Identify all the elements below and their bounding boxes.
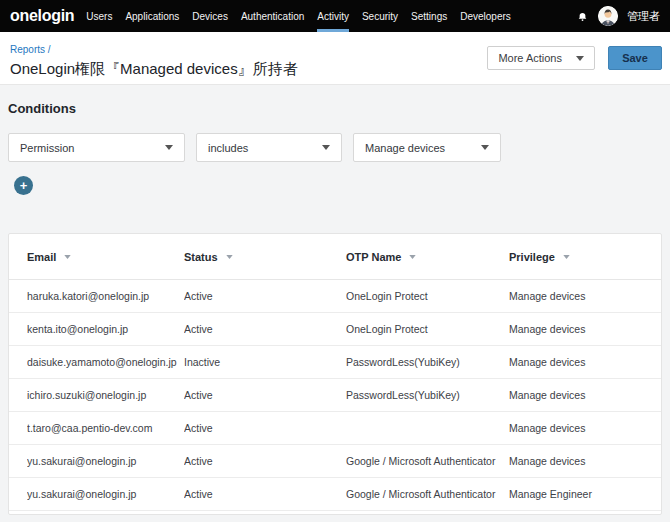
- user-label: 管理者: [627, 9, 660, 24]
- condition-dropdown-0[interactable]: Permission: [8, 133, 185, 162]
- nav-right: 管理者: [576, 0, 660, 32]
- dropdown-value: Manage devices: [365, 142, 445, 154]
- cell-otp: OneLogin Protect: [346, 290, 509, 302]
- condition-filter-row: PermissionincludesManage devices: [8, 133, 662, 162]
- nav-item-activity[interactable]: Activity: [317, 0, 349, 32]
- column-header-otp-name[interactable]: OTP Name: [346, 251, 509, 263]
- cell-email: haruka.katori@onelogin.jp: [27, 290, 184, 302]
- chevron-down-icon: [165, 145, 173, 150]
- cell-privilege: Manage devices: [509, 323, 661, 335]
- header-left: Reports / OneLogin権限『Managed devices』所持者: [10, 32, 298, 84]
- nav-item-users[interactable]: Users: [86, 0, 112, 32]
- save-button[interactable]: Save: [608, 46, 662, 70]
- cell-email: daisuke.yamamoto@onelogin.jp: [27, 356, 184, 368]
- cell-status: Active: [184, 389, 346, 401]
- page-header: Reports / OneLogin権限『Managed devices』所持者…: [0, 32, 670, 85]
- nav-item-authentication[interactable]: Authentication: [241, 0, 304, 32]
- cell-status: Active: [184, 422, 346, 434]
- page-title: OneLogin権限『Managed devices』所持者: [10, 60, 298, 79]
- nav-item-devices[interactable]: Devices: [192, 0, 228, 32]
- table-row[interactable]: daisuke.yamamoto@onelogin.jpInactivePass…: [9, 346, 661, 379]
- cell-email: yu.sakurai@onelogin.jp: [27, 488, 184, 500]
- sort-caret-icon: [64, 255, 71, 259]
- cell-privilege: Manage devices: [509, 455, 661, 467]
- column-label: OTP Name: [346, 251, 401, 263]
- plus-icon: +: [20, 179, 28, 192]
- table-row[interactable]: yu.sakurai@onelogin.jpActiveGoogle / Mic…: [9, 445, 661, 478]
- cell-email: ichiro.suzuki@onelogin.jp: [27, 389, 184, 401]
- cell-privilege: Manage devices: [509, 290, 661, 302]
- column-header-status[interactable]: Status: [184, 251, 346, 263]
- nav-items: UsersApplicationsDevicesAuthenticationAc…: [86, 0, 524, 32]
- add-condition-button[interactable]: +: [14, 176, 33, 195]
- table-row[interactable]: yu.sakurai@onelogin.jpActiveGoogle / Mic…: [9, 478, 661, 511]
- breadcrumb-reports-link[interactable]: Reports /: [10, 44, 51, 55]
- cell-privilege: Manage devices: [509, 422, 661, 434]
- cell-otp: OneLogin Protect: [346, 323, 509, 335]
- column-label: Email: [27, 251, 56, 263]
- header-actions: More Actions Save: [487, 32, 662, 84]
- cell-otp: PasswordLess(YubiKey): [346, 389, 509, 401]
- cell-email: t.taro@caa.pentio-dev.com: [27, 422, 184, 434]
- table-header-row: EmailStatusOTP NamePrivilege: [9, 234, 661, 280]
- dropdown-value: Permission: [20, 142, 74, 154]
- chevron-down-icon: [322, 145, 330, 150]
- table-body: haruka.katori@onelogin.jpActiveOneLogin …: [9, 280, 661, 511]
- cell-privilege: Manage Engineer: [509, 488, 661, 500]
- cell-otp: PasswordLess(YubiKey): [346, 356, 509, 368]
- cell-privilege: Manage devices: [509, 389, 661, 401]
- column-header-privilege[interactable]: Privilege: [509, 251, 661, 263]
- notifications-bell-icon[interactable]: [576, 10, 589, 23]
- cell-status: Inactive: [184, 356, 346, 368]
- cell-email: yu.sakurai@onelogin.jp: [27, 455, 184, 467]
- cell-status: Active: [184, 455, 346, 467]
- nav-item-developers[interactable]: Developers: [460, 0, 511, 32]
- sort-caret-icon: [409, 255, 416, 259]
- conditions-heading: Conditions: [8, 101, 662, 116]
- cell-otp: Google / Microsoft Authenticator: [346, 455, 509, 467]
- cell-status: Active: [184, 290, 346, 302]
- more-actions-label: More Actions: [498, 52, 562, 64]
- cell-status: Active: [184, 488, 346, 500]
- cell-status: Active: [184, 323, 346, 335]
- nav-item-security[interactable]: Security: [362, 0, 398, 32]
- user-avatar[interactable]: [598, 6, 618, 26]
- dropdown-value: includes: [208, 142, 248, 154]
- conditions-section: Conditions PermissionincludesManage devi…: [0, 101, 670, 195]
- results-table: EmailStatusOTP NamePrivilege haruka.kato…: [8, 233, 662, 515]
- chevron-down-icon: [481, 145, 489, 150]
- table-row[interactable]: haruka.katori@onelogin.jpActiveOneLogin …: [9, 280, 661, 313]
- cell-privilege: Manage devices: [509, 356, 661, 368]
- column-label: Status: [184, 251, 218, 263]
- cell-email: kenta.ito@onelogin.jp: [27, 323, 184, 335]
- column-header-email[interactable]: Email: [27, 251, 184, 263]
- cell-otp: Google / Microsoft Authenticator: [346, 488, 509, 500]
- table-row[interactable]: t.taro@caa.pentio-dev.comActiveManage de…: [9, 412, 661, 445]
- table-row[interactable]: kenta.ito@onelogin.jpActiveOneLogin Prot…: [9, 313, 661, 346]
- more-actions-button[interactable]: More Actions: [487, 46, 595, 70]
- sort-caret-icon: [563, 255, 570, 259]
- nav-item-applications[interactable]: Applications: [125, 0, 179, 32]
- condition-dropdown-1[interactable]: includes: [196, 133, 342, 162]
- top-nav: onelogin UsersApplicationsDevicesAuthent…: [0, 0, 670, 32]
- onelogin-logo[interactable]: onelogin: [10, 0, 74, 32]
- column-label: Privilege: [509, 251, 555, 263]
- table-row[interactable]: ichiro.suzuki@onelogin.jpActivePasswordL…: [9, 379, 661, 412]
- chevron-down-icon: [576, 56, 584, 61]
- sort-caret-icon: [226, 255, 233, 259]
- condition-dropdown-2[interactable]: Manage devices: [353, 133, 501, 162]
- nav-item-settings[interactable]: Settings: [411, 0, 447, 32]
